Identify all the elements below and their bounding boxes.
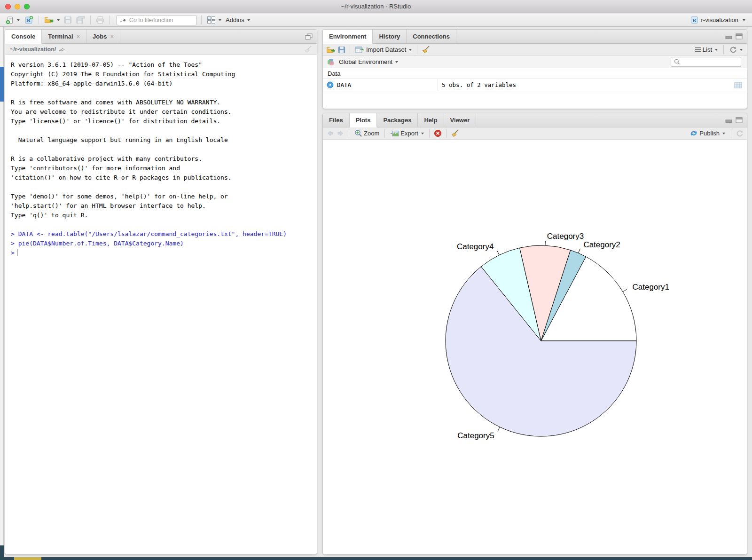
refresh-environment-button[interactable] — [728, 45, 744, 54]
next-plot-icon[interactable] — [337, 130, 345, 137]
maximize-pane-icon[interactable] — [736, 117, 743, 123]
console-line: Natural language support but running in … — [11, 135, 311, 145]
new-project-button[interactable]: R — [23, 15, 34, 25]
new-project-icon: R — [24, 16, 33, 24]
console-tabs: ConsoleTerminal×Jobs× — [5, 30, 120, 43]
scope-label: Global Environment — [339, 58, 392, 65]
tab-label: Environment — [329, 33, 366, 40]
tab-plots[interactable]: Plots — [350, 113, 377, 127]
tab-label: Help — [424, 117, 437, 124]
console-output[interactable]: R version 3.6.1 (2019-07-05) -- "Action … — [5, 55, 317, 263]
tab-environment[interactable]: Environment — [323, 30, 373, 44]
save-button[interactable] — [63, 15, 73, 25]
publish-plot-button[interactable]: Publish — [689, 129, 726, 138]
load-workspace-icon[interactable] — [326, 46, 336, 54]
list-icon — [695, 47, 701, 52]
pie-label-tick — [498, 427, 500, 431]
toolbar-separator — [350, 45, 350, 54]
background-bottom-bar — [0, 557, 752, 560]
goto-file-search[interactable] — [116, 15, 197, 25]
refresh-plot-icon[interactable] — [736, 130, 744, 137]
save-workspace-icon[interactable] — [338, 46, 345, 54]
minimize-pane-icon[interactable] — [725, 117, 732, 123]
goto-file-input[interactable] — [129, 17, 193, 24]
tab-connections[interactable]: Connections — [407, 30, 456, 43]
console-line: Type 'contributors()' for more informati… — [11, 164, 311, 173]
tab-close-icon[interactable]: × — [77, 33, 80, 39]
project-menu[interactable]: R r-visualization — [690, 16, 747, 24]
console-line: 'citation()' on how to cite R or R packa… — [11, 173, 311, 182]
export-plot-button[interactable]: Export — [389, 129, 425, 138]
pie-label-category5: Category5 — [457, 431, 494, 440]
console-line: R version 3.6.1 (2019-07-05) -- "Action … — [11, 60, 311, 70]
tab-files[interactable]: Files — [323, 113, 350, 127]
goto-directory-icon[interactable] — [59, 47, 65, 52]
view-table-icon[interactable] — [729, 82, 747, 88]
pie-label-tick — [578, 249, 580, 253]
tab-help[interactable]: Help — [418, 113, 444, 127]
console-tabbar: ConsoleTerminal×Jobs× — [5, 30, 317, 44]
toolbar-separator — [731, 129, 731, 138]
tab-close-icon[interactable]: × — [110, 33, 114, 39]
tab-label: Packages — [383, 117, 411, 124]
console-line: You are welcome to redistribute it under… — [11, 107, 311, 117]
print-button[interactable] — [95, 15, 105, 25]
environment-object-row[interactable]: DATA 5 obs. of 2 variables — [323, 79, 747, 91]
environment-scope-menu[interactable]: Global Environment — [338, 57, 399, 66]
previous-plot-icon[interactable] — [326, 130, 334, 137]
import-dataset-button[interactable]: Import Dataset — [354, 45, 413, 55]
toolbar-separator — [349, 129, 349, 138]
tab-label: Jobs — [93, 33, 107, 40]
background-window-sliver — [0, 27, 4, 557]
tab-label: Viewer — [450, 117, 470, 124]
pane-layout-icon — [207, 16, 216, 24]
maximize-pane-icon[interactable] — [305, 33, 313, 40]
close-window-button[interactable] — [5, 4, 11, 9]
pane-layout-button[interactable] — [206, 15, 222, 25]
minimize-window-button[interactable] — [15, 4, 20, 9]
new-file-button[interactable] — [5, 15, 21, 25]
minimize-pane-icon[interactable] — [725, 33, 732, 39]
background-dark-patch — [0, 545, 4, 557]
tab-label: History — [379, 33, 400, 40]
console-line: Type 'license()' or 'licence()' for dist… — [11, 117, 311, 126]
zoom-window-button[interactable] — [24, 4, 30, 9]
window-title: ~/r-visualization - RStudio — [341, 3, 411, 10]
console-line — [11, 88, 311, 98]
search-icon — [674, 59, 680, 65]
tab-jobs[interactable]: Jobs× — [86, 30, 120, 43]
titlebar: ~/r-visualization - RStudio — [0, 0, 752, 13]
open-file-button[interactable] — [43, 15, 61, 25]
environment-view-mode[interactable]: List — [694, 45, 719, 54]
environment-search[interactable] — [671, 57, 741, 67]
pie-label-category3: Category3 — [547, 232, 584, 241]
console-command: > DATA <- read.table("/Users/lsalazar/co… — [11, 229, 311, 239]
addins-menu[interactable]: Addins — [225, 16, 251, 24]
tab-viewer[interactable]: Viewer — [444, 113, 477, 127]
tab-label: Console — [11, 33, 35, 40]
expand-object-icon[interactable] — [327, 81, 334, 88]
zoom-label: Zoom — [364, 130, 379, 137]
clear-all-plots-icon[interactable] — [451, 129, 459, 137]
remove-plot-icon[interactable] — [434, 129, 442, 137]
tab-packages[interactable]: Packages — [377, 113, 418, 127]
environment-tabs: EnvironmentHistoryConnections — [323, 30, 456, 43]
clear-environment-icon[interactable] — [422, 46, 430, 54]
tab-console[interactable]: Console — [5, 30, 42, 44]
toolbar-separator — [201, 16, 202, 24]
maximize-pane-icon[interactable] — [736, 33, 743, 39]
tab-history[interactable]: History — [373, 30, 407, 43]
plots-tabbar: FilesPlotsPackagesHelpViewer — [323, 113, 747, 127]
zoom-plot-button[interactable]: Zoom — [353, 128, 380, 138]
console-line — [11, 145, 311, 154]
environment-search-input[interactable] — [682, 59, 738, 65]
console-line: Type 'q()' to quit R. — [11, 211, 311, 220]
console-command: > pie(DATA$Number.of.Times, DATA$Categor… — [11, 239, 311, 248]
save-icon — [64, 16, 72, 24]
clear-console-icon[interactable] — [304, 46, 312, 53]
tab-terminal[interactable]: Terminal× — [42, 30, 86, 43]
import-dataset-icon — [355, 46, 365, 54]
console-line: Platform: x86_64-apple-darwin15.6.0 (64-… — [11, 79, 311, 88]
console-prompt[interactable]: > — [11, 248, 311, 258]
save-all-button[interactable] — [75, 15, 86, 25]
